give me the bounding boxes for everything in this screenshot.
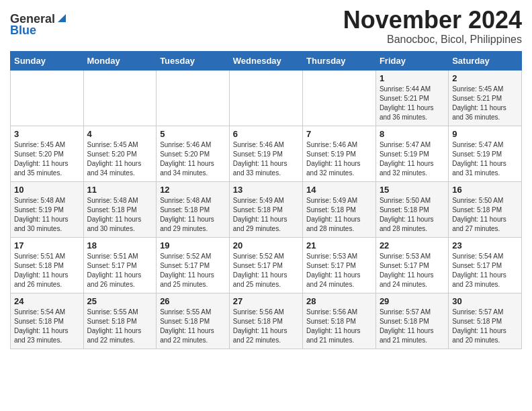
day-number: 4 — [87, 129, 153, 139]
calendar-cell: 28Sunrise: 5:56 AM Sunset: 5:18 PM Dayli… — [303, 293, 376, 349]
calendar-cell: 4Sunrise: 5:45 AM Sunset: 5:20 PM Daylig… — [83, 126, 157, 181]
header: General Blue November 2024 Banocboc, Bic… — [10, 7, 522, 46]
logo-triangle-icon — [56, 13, 66, 22]
day-info: Sunrise: 5:54 AM Sunset: 5:18 PM Dayligh… — [14, 308, 80, 345]
calendar-cell: 3Sunrise: 5:45 AM Sunset: 5:20 PM Daylig… — [11, 126, 84, 181]
calendar-cell — [11, 70, 84, 126]
day-info: Sunrise: 5:49 AM Sunset: 5:18 PM Dayligh… — [306, 196, 372, 234]
calendar-cell: 10Sunrise: 5:48 AM Sunset: 5:19 PM Dayli… — [11, 181, 84, 237]
title-block: November 2024 Banocboc, Bicol, Philippin… — [343, 7, 522, 46]
calendar-cell: 15Sunrise: 5:50 AM Sunset: 5:18 PM Dayli… — [375, 181, 448, 237]
calendar-cell: 12Sunrise: 5:48 AM Sunset: 5:18 PM Dayli… — [157, 181, 230, 237]
calendar-cell: 14Sunrise: 5:49 AM Sunset: 5:18 PM Dayli… — [303, 181, 376, 237]
page-subtitle: Banocboc, Bicol, Philippines — [343, 34, 522, 46]
day-info: Sunrise: 5:57 AM Sunset: 5:18 PM Dayligh… — [380, 308, 445, 345]
day-info: Sunrise: 5:57 AM Sunset: 5:18 PM Dayligh… — [452, 308, 518, 345]
day-number: 13 — [233, 185, 299, 195]
day-info: Sunrise: 5:46 AM Sunset: 5:19 PM Dayligh… — [306, 140, 372, 178]
day-info: Sunrise: 5:52 AM Sunset: 5:17 PM Dayligh… — [233, 252, 299, 289]
day-number: 3 — [14, 129, 80, 139]
calendar-cell: 18Sunrise: 5:51 AM Sunset: 5:17 PM Dayli… — [83, 237, 157, 293]
day-number: 15 — [380, 185, 445, 195]
day-number: 1 — [380, 73, 445, 83]
calendar-cell: 16Sunrise: 5:50 AM Sunset: 5:18 PM Dayli… — [449, 181, 522, 237]
day-info: Sunrise: 5:48 AM Sunset: 5:19 PM Dayligh… — [14, 196, 80, 234]
day-info: Sunrise: 5:47 AM Sunset: 5:19 PM Dayligh… — [452, 140, 518, 178]
day-info: Sunrise: 5:45 AM Sunset: 5:20 PM Dayligh… — [87, 140, 153, 178]
svg-marker-0 — [58, 14, 66, 22]
calendar-cell — [157, 70, 230, 126]
day-info: Sunrise: 5:47 AM Sunset: 5:19 PM Dayligh… — [380, 140, 445, 178]
calendar-cell: 8Sunrise: 5:47 AM Sunset: 5:19 PM Daylig… — [375, 126, 448, 181]
calendar-cell: 13Sunrise: 5:49 AM Sunset: 5:18 PM Dayli… — [229, 181, 302, 237]
logo-blue-text: Blue — [10, 24, 36, 38]
calendar-header-tuesday: Tuesday — [157, 51, 230, 70]
calendar-cell: 21Sunrise: 5:53 AM Sunset: 5:17 PM Dayli… — [303, 237, 376, 293]
day-number: 30 — [452, 296, 518, 306]
calendar-cell: 27Sunrise: 5:56 AM Sunset: 5:18 PM Dayli… — [229, 293, 302, 349]
day-info: Sunrise: 5:44 AM Sunset: 5:21 PM Dayligh… — [380, 85, 445, 122]
day-number: 20 — [233, 240, 299, 250]
calendar-header-wednesday: Wednesday — [229, 51, 302, 70]
calendar-cell: 7Sunrise: 5:46 AM Sunset: 5:19 PM Daylig… — [303, 126, 376, 181]
day-number: 16 — [452, 185, 518, 195]
calendar-table: SundayMondayTuesdayWednesdayThursdayFrid… — [10, 51, 522, 349]
calendar-cell — [229, 70, 302, 126]
calendar-week-row: 1Sunrise: 5:44 AM Sunset: 5:21 PM Daylig… — [11, 70, 522, 126]
day-number: 14 — [306, 185, 372, 195]
day-info: Sunrise: 5:48 AM Sunset: 5:18 PM Dayligh… — [87, 196, 153, 234]
page-title: November 2024 — [343, 7, 522, 34]
day-info: Sunrise: 5:54 AM Sunset: 5:17 PM Dayligh… — [452, 252, 518, 289]
day-number: 19 — [160, 240, 226, 250]
day-number: 29 — [380, 296, 445, 306]
day-info: Sunrise: 5:45 AM Sunset: 5:21 PM Dayligh… — [452, 85, 518, 122]
day-info: Sunrise: 5:56 AM Sunset: 5:18 PM Dayligh… — [306, 308, 372, 345]
day-number: 23 — [452, 240, 518, 250]
calendar-cell: 25Sunrise: 5:55 AM Sunset: 5:18 PM Dayli… — [83, 293, 157, 349]
calendar-week-row: 10Sunrise: 5:48 AM Sunset: 5:19 PM Dayli… — [11, 181, 522, 237]
day-info: Sunrise: 5:53 AM Sunset: 5:17 PM Dayligh… — [306, 252, 372, 289]
day-number: 12 — [160, 185, 226, 195]
calendar-header-saturday: Saturday — [449, 51, 522, 70]
day-number: 5 — [160, 129, 226, 139]
day-info: Sunrise: 5:55 AM Sunset: 5:18 PM Dayligh… — [87, 308, 153, 345]
calendar-cell: 6Sunrise: 5:46 AM Sunset: 5:19 PM Daylig… — [229, 126, 302, 181]
day-number: 28 — [306, 296, 372, 306]
calendar-cell: 26Sunrise: 5:55 AM Sunset: 5:18 PM Dayli… — [157, 293, 230, 349]
day-info: Sunrise: 5:56 AM Sunset: 5:18 PM Dayligh… — [233, 308, 299, 345]
day-number: 18 — [87, 240, 153, 250]
day-info: Sunrise: 5:55 AM Sunset: 5:18 PM Dayligh… — [160, 308, 226, 345]
calendar-cell: 2Sunrise: 5:45 AM Sunset: 5:21 PM Daylig… — [449, 70, 522, 126]
calendar-cell: 29Sunrise: 5:57 AM Sunset: 5:18 PM Dayli… — [375, 293, 448, 349]
calendar-cell: 5Sunrise: 5:46 AM Sunset: 5:20 PM Daylig… — [157, 126, 230, 181]
page: General Blue November 2024 Banocboc, Bic… — [0, 0, 532, 359]
day-number: 6 — [233, 129, 299, 139]
calendar-cell: 23Sunrise: 5:54 AM Sunset: 5:17 PM Dayli… — [449, 237, 522, 293]
day-info: Sunrise: 5:52 AM Sunset: 5:17 PM Dayligh… — [160, 252, 226, 289]
logo: General Blue — [10, 12, 66, 38]
day-info: Sunrise: 5:53 AM Sunset: 5:17 PM Dayligh… — [380, 252, 445, 289]
day-number: 10 — [14, 185, 80, 195]
day-number: 22 — [380, 240, 445, 250]
day-number: 2 — [452, 73, 518, 83]
day-number: 27 — [233, 296, 299, 306]
calendar-week-row: 17Sunrise: 5:51 AM Sunset: 5:18 PM Dayli… — [11, 237, 522, 293]
day-info: Sunrise: 5:51 AM Sunset: 5:17 PM Dayligh… — [87, 252, 153, 289]
day-number: 7 — [306, 129, 372, 139]
calendar-week-row: 3Sunrise: 5:45 AM Sunset: 5:20 PM Daylig… — [11, 126, 522, 181]
calendar-cell: 1Sunrise: 5:44 AM Sunset: 5:21 PM Daylig… — [375, 70, 448, 126]
calendar-cell — [83, 70, 157, 126]
day-number: 25 — [87, 296, 153, 306]
day-number: 21 — [306, 240, 372, 250]
calendar-cell: 30Sunrise: 5:57 AM Sunset: 5:18 PM Dayli… — [449, 293, 522, 349]
day-number: 11 — [87, 185, 153, 195]
calendar-cell: 17Sunrise: 5:51 AM Sunset: 5:18 PM Dayli… — [11, 237, 84, 293]
day-info: Sunrise: 5:51 AM Sunset: 5:18 PM Dayligh… — [14, 252, 80, 289]
calendar-cell: 20Sunrise: 5:52 AM Sunset: 5:17 PM Dayli… — [229, 237, 302, 293]
day-number: 9 — [452, 129, 518, 139]
calendar-header-row: SundayMondayTuesdayWednesdayThursdayFrid… — [11, 51, 522, 70]
calendar-cell: 22Sunrise: 5:53 AM Sunset: 5:17 PM Dayli… — [375, 237, 448, 293]
day-info: Sunrise: 5:46 AM Sunset: 5:19 PM Dayligh… — [233, 140, 299, 178]
day-info: Sunrise: 5:50 AM Sunset: 5:18 PM Dayligh… — [380, 196, 445, 234]
day-info: Sunrise: 5:49 AM Sunset: 5:18 PM Dayligh… — [233, 196, 299, 234]
